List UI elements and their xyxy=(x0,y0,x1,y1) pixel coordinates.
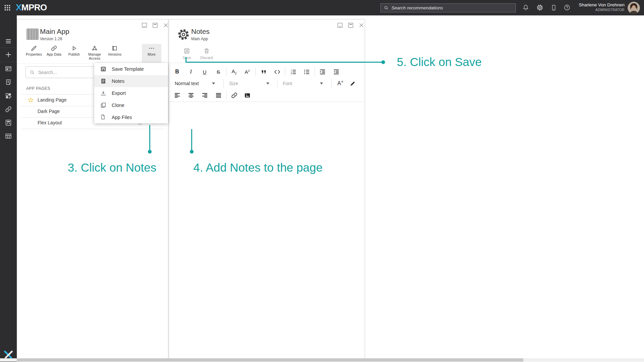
insert-image-icon[interactable] xyxy=(242,90,253,100)
superscript-button[interactable]: A2 xyxy=(242,67,253,77)
close-icon[interactable] xyxy=(163,22,169,28)
menu-icon[interactable] xyxy=(5,38,12,45)
more-button[interactable]: More xyxy=(142,44,161,63)
toolbar-separator xyxy=(223,79,224,88)
color-dot xyxy=(341,81,343,82)
ellipsis-icon xyxy=(148,45,155,52)
panel-subtitle: Main App xyxy=(191,37,208,41)
file-icon xyxy=(100,114,107,121)
apps-window-icon[interactable] xyxy=(5,65,12,72)
trash-icon xyxy=(203,48,210,54)
avatar[interactable] xyxy=(628,2,640,14)
app-thumbnail xyxy=(26,28,39,40)
chevron-down-icon xyxy=(320,82,323,84)
manage-access-button[interactable]: Manage Access xyxy=(85,44,104,63)
menu-item-save-template[interactable]: Save Template xyxy=(94,63,168,75)
subscript-button[interactable]: A2 xyxy=(229,67,239,77)
apps-grid-icon[interactable] xyxy=(4,4,11,11)
menu-item-notes[interactable]: Notes xyxy=(94,75,168,87)
maximize-icon[interactable] xyxy=(152,22,158,28)
code-icon[interactable] xyxy=(272,67,282,77)
app-version: Version 1.26 xyxy=(40,37,62,41)
settings-gear-icon[interactable] xyxy=(536,4,543,11)
blockquote-icon[interactable] xyxy=(258,67,269,77)
header-search-input[interactable] xyxy=(391,5,513,10)
menu-item-export[interactable]: Export xyxy=(94,87,168,99)
left-sidebar xyxy=(0,15,17,362)
underline-button[interactable]: U xyxy=(199,67,210,77)
annotation-step-5: 5. Click on Save xyxy=(397,55,482,69)
save-floppy-icon xyxy=(183,48,190,54)
panel-title: Notes xyxy=(191,27,210,36)
mobile-device-icon[interactable] xyxy=(550,4,557,11)
more-dropdown-menu: Save Template Notes Export Clone App Fil… xyxy=(94,63,168,123)
blocks-icon[interactable] xyxy=(5,92,12,100)
tables-icon[interactable] xyxy=(5,132,12,140)
scrollbar-thumb[interactable] xyxy=(17,358,523,362)
minimize-icon[interactable] xyxy=(141,22,148,28)
add-icon[interactable] xyxy=(5,51,12,58)
menu-item-clone[interactable]: Clone xyxy=(94,99,168,111)
properties-button[interactable]: Properties xyxy=(24,44,44,63)
forms-icon[interactable] xyxy=(5,78,12,86)
header-search[interactable] xyxy=(380,3,516,12)
star-icon[interactable] xyxy=(28,97,34,103)
close-icon[interactable] xyxy=(358,22,365,28)
font-color-button[interactable]: A xyxy=(334,78,344,88)
outdent-icon[interactable] xyxy=(331,67,341,77)
ordered-list-icon[interactable] xyxy=(288,67,299,77)
xmpro-logo[interactable]: XMPRO xyxy=(16,2,47,13)
align-justify-icon[interactable] xyxy=(213,90,224,100)
header-divider xyxy=(169,63,365,63)
template-icon xyxy=(100,66,107,72)
panel-title: Main App xyxy=(40,27,69,36)
versions-button[interactable]: Versions xyxy=(105,44,124,63)
annotation-step-3: 3. Click on Notes xyxy=(68,161,157,174)
notifications-bell-icon[interactable] xyxy=(522,4,529,11)
gear-icon xyxy=(177,28,190,41)
minimize-icon[interactable] xyxy=(337,22,343,28)
menu-item-app-files[interactable]: App Files xyxy=(94,111,168,123)
insert-link-icon[interactable] xyxy=(229,90,239,100)
help-icon[interactable] xyxy=(564,4,571,11)
user-name: Sharlene Von Drehnen xyxy=(579,2,625,7)
widgets-icon[interactable] xyxy=(5,119,12,126)
annotation-dot-3 xyxy=(148,150,152,154)
align-right-icon[interactable] xyxy=(199,90,210,100)
logo-x: X xyxy=(16,2,21,12)
toolbar-separator xyxy=(331,79,332,88)
play-icon xyxy=(71,45,77,52)
horizontal-scrollbar[interactable] xyxy=(0,358,644,362)
toolbar-separator xyxy=(226,67,226,76)
strikethrough-button[interactable]: S xyxy=(213,67,224,77)
versions-icon xyxy=(111,45,118,52)
app-pages-section-label: APP PAGES xyxy=(26,86,50,91)
annotation-line-3 xyxy=(149,125,150,150)
font-family-select[interactable]: Font xyxy=(280,78,327,88)
save-button[interactable]: Save xyxy=(176,48,198,60)
logo-rest: MPRO xyxy=(21,2,47,12)
connections-link-icon[interactable] xyxy=(5,106,12,113)
indent-icon[interactable] xyxy=(317,67,328,77)
bullet-list-icon[interactable] xyxy=(301,67,312,77)
maximize-icon[interactable] xyxy=(347,22,354,28)
sidebar-divider xyxy=(0,48,17,48)
clone-icon xyxy=(100,102,107,109)
annotation-line-5-horizontal xyxy=(185,62,383,63)
discard-button[interactable]: Discard xyxy=(196,48,217,60)
align-center-icon[interactable] xyxy=(185,90,196,100)
align-left-icon[interactable] xyxy=(172,90,182,100)
bold-button[interactable]: B xyxy=(172,67,182,77)
annotation-step-4: 4. Add Notes to the page xyxy=(193,161,322,174)
paragraph-style-select[interactable]: Normal text xyxy=(172,78,219,88)
font-size-select[interactable]: Size xyxy=(227,78,274,88)
notes-editor-area[interactable] xyxy=(169,102,365,359)
chevron-down-icon xyxy=(266,82,269,84)
highlight-marker-icon[interactable] xyxy=(347,78,358,88)
toolbar-separator xyxy=(226,91,226,100)
italic-button[interactable]: I xyxy=(185,67,196,77)
xmpro-x-logo[interactable] xyxy=(4,350,13,359)
app-data-button[interactable]: App Data xyxy=(44,44,64,63)
user-menu[interactable]: Sharlene Von Drehnen ADMINISTRATOR xyxy=(579,2,625,12)
publish-button[interactable]: Publish xyxy=(64,44,84,63)
